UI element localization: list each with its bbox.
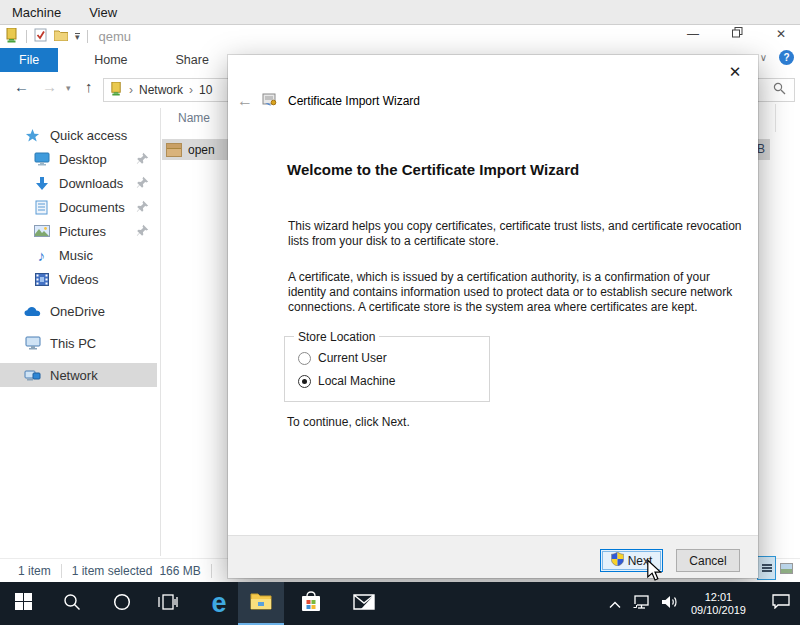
quick-access-star-icon (24, 127, 41, 143)
pin-icon (136, 224, 149, 237)
radio-icon-selected[interactable] (298, 375, 311, 388)
breadcrumb-separator: › (129, 83, 133, 97)
cancel-button[interactable]: Cancel (676, 549, 740, 572)
recent-locations-dropdown-icon[interactable]: ▾ (66, 83, 71, 93)
window-controls: — ✕ (684, 27, 790, 41)
breadcrumb-network[interactable]: Network (139, 83, 183, 97)
back-button[interactable]: ← (14, 78, 29, 95)
status-selection: 1 item selected (72, 564, 153, 578)
sidebar-item-documents[interactable]: Documents (0, 195, 157, 219)
sidebar-item-music[interactable]: ♪ Music (0, 243, 157, 267)
sidebar-item-desktop[interactable]: Desktop (0, 147, 157, 171)
new-folder-icon[interactable] (54, 29, 68, 44)
column-header-name[interactable]: Name (178, 111, 210, 125)
sidebar-item-label: This PC (50, 336, 96, 351)
tray-volume-icon[interactable] (662, 595, 679, 613)
dialog-back-icon[interactable]: ← (237, 92, 253, 110)
mail-icon (353, 594, 375, 614)
breadcrumb-host[interactable]: 10 (199, 83, 212, 97)
taskbar-clock[interactable]: 12:01 09/10/2019 (691, 591, 746, 617)
tab-home[interactable]: Home (76, 48, 145, 72)
action-center-icon[interactable] (772, 594, 790, 613)
network-icon (24, 367, 41, 383)
up-button[interactable]: ↑ (85, 78, 93, 95)
package-folder-icon (166, 143, 182, 157)
separator (61, 564, 62, 578)
sidebar-item-label: OneDrive (50, 304, 105, 319)
sidebar-item-label: Network (50, 368, 98, 383)
quick-access-toolbar: ▾ qemu (0, 28, 131, 46)
file-explorer-button[interactable] (238, 582, 284, 625)
pane-divider (160, 108, 161, 556)
expand-ribbon-icon[interactable]: ∨ (760, 52, 767, 63)
search-input[interactable] (753, 78, 795, 102)
sidebar-item-onedrive[interactable]: OneDrive (0, 299, 157, 323)
uac-shield-icon (611, 552, 624, 569)
certificate-wizard-icon (262, 92, 279, 110)
vm-menu-machine[interactable]: Machine (12, 5, 61, 20)
pin-icon (136, 176, 149, 189)
file-explorer-icon (250, 592, 272, 614)
status-selection-size: 166 MB (159, 564, 200, 578)
this-pc-icon (24, 335, 41, 351)
sidebar-item-pictures[interactable]: Pictures (0, 219, 157, 243)
pictures-icon (33, 223, 50, 239)
taskbar-search-button[interactable] (49, 582, 95, 625)
radio-icon[interactable] (298, 352, 311, 365)
file-name: open (188, 143, 215, 157)
sidebar-item-this-pc[interactable]: This PC (0, 331, 157, 355)
radio-label: Current User (318, 351, 387, 365)
sidebar-item-label: Pictures (59, 224, 106, 239)
dialog-close-icon[interactable]: ✕ (724, 63, 746, 81)
network-drive-icon (5, 28, 19, 46)
edge-button[interactable]: e (196, 582, 242, 625)
music-icon: ♪ (33, 247, 50, 263)
vm-menubar: Machine View (0, 0, 800, 25)
restore-button[interactable] (728, 27, 746, 41)
store-icon (301, 591, 321, 616)
tray-chevron-up-icon[interactable] (609, 595, 621, 613)
tray-network-icon[interactable] (633, 595, 650, 613)
tab-file[interactable]: File (0, 48, 58, 72)
cortana-icon (113, 593, 131, 615)
certificate-import-wizard-dialog: ✕ ← Certificate Import Wizard Welcome to… (228, 55, 758, 578)
task-view-button[interactable] (145, 582, 191, 625)
qat-customize-dropdown-icon[interactable]: ▾ (75, 33, 80, 41)
vm-menu-view[interactable]: View (89, 5, 117, 20)
documents-icon (33, 199, 50, 215)
sidebar-item-label: Quick access (50, 128, 127, 143)
tab-share[interactable]: Share (158, 48, 227, 72)
column-divider[interactable] (775, 104, 776, 132)
thumbnail-view-button[interactable] (777, 556, 796, 580)
help-icon[interactable]: ? (779, 50, 794, 65)
sidebar-item-quick-access[interactable]: Quick access (0, 123, 157, 147)
radio-current-user[interactable]: Current User (298, 351, 387, 365)
thumbnail-view-icon (780, 563, 793, 574)
start-button[interactable] (0, 582, 46, 625)
details-view-icon (762, 563, 772, 574)
details-view-button[interactable] (757, 556, 776, 580)
forward-button[interactable]: → (42, 78, 57, 95)
screen: Machine View ▾ qemu — ✕ (0, 0, 800, 625)
cortana-button[interactable] (99, 582, 145, 625)
radio-local-machine[interactable]: Local Machine (298, 374, 395, 388)
dialog-header: ← Certificate Import Wizard (237, 92, 420, 110)
search-icon (773, 81, 786, 99)
downloads-icon (33, 175, 50, 191)
wizard-paragraph-2: A certificate, which is issued by a cert… (288, 270, 750, 315)
sidebar-item-videos[interactable]: Videos (0, 267, 157, 291)
store-button[interactable] (288, 582, 334, 625)
window-title: qemu (99, 29, 132, 44)
wizard-hint: To continue, click Next. (287, 415, 410, 429)
properties-icon[interactable] (34, 28, 47, 45)
onedrive-cloud-icon (24, 303, 41, 319)
close-button[interactable]: ✕ (772, 27, 790, 41)
sidebar-item-downloads[interactable]: Downloads (0, 171, 157, 195)
separator (26, 30, 27, 43)
mail-button[interactable] (341, 582, 387, 625)
minimize-button[interactable]: — (684, 27, 702, 41)
dialog-footer: Next Cancel (228, 535, 758, 578)
taskbar: e 12:0 (0, 582, 800, 625)
sidebar-item-network[interactable]: Network (0, 363, 157, 387)
location-icon (110, 82, 123, 99)
